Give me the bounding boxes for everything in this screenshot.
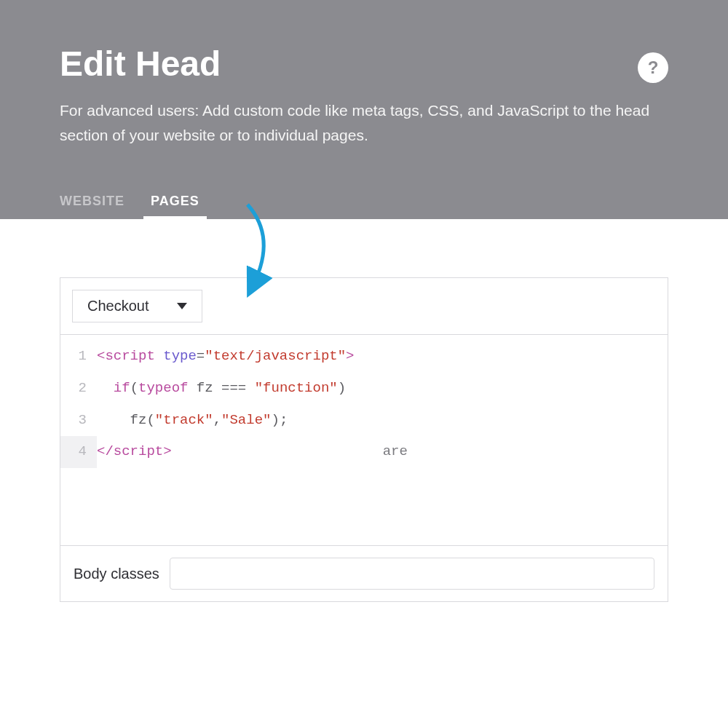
code-content: </script>are: [97, 436, 668, 468]
code-content: fz("track","Sale");: [97, 405, 288, 437]
dropdown-selected-label: Checkout: [87, 298, 149, 314]
tab-website[interactable]: WEBSITE: [60, 183, 124, 219]
body-classes-label: Body classes: [74, 566, 159, 582]
gutter-number: 2: [60, 373, 97, 405]
body-classes-input[interactable]: [170, 558, 654, 590]
code-line: 3 fz("track","Sale");: [60, 405, 668, 437]
gutter-number: 1: [60, 341, 97, 373]
code-line: 1 <script type="text/javascript">: [60, 341, 668, 373]
code-content: if(typeof fz === "function"): [97, 373, 346, 405]
code-editor[interactable]: 1 <script type="text/javascript"> 2 if(t…: [60, 335, 668, 546]
gutter-number: 3: [60, 405, 97, 437]
stray-text: are: [383, 436, 408, 468]
help-icon[interactable]: ?: [638, 52, 668, 83]
gutter-number: 4: [60, 436, 97, 468]
page-select-dropdown[interactable]: Checkout: [72, 290, 202, 322]
page-description: For advanced users: Add custom code like…: [60, 98, 657, 147]
header-top: Edit Head ?: [60, 44, 668, 98]
page-title: Edit Head: [60, 44, 221, 84]
chevron-down-icon: [177, 303, 187, 309]
tabs: WEBSITE PAGES: [60, 183, 668, 219]
panel: Checkout 1 <script type="text/javascript…: [60, 277, 668, 602]
code-line: 2 if(typeof fz === "function"): [60, 373, 668, 405]
content: Checkout 1 <script type="text/javascript…: [0, 219, 728, 624]
code-line: 4 </script>are: [60, 436, 668, 468]
body-classes-row: Body classes: [60, 546, 668, 601]
panel-header: Checkout: [60, 278, 668, 335]
tab-pages[interactable]: PAGES: [151, 183, 199, 219]
header: Edit Head ? For advanced users: Add cust…: [0, 0, 728, 219]
code-content: <script type="text/javascript">: [97, 341, 355, 373]
